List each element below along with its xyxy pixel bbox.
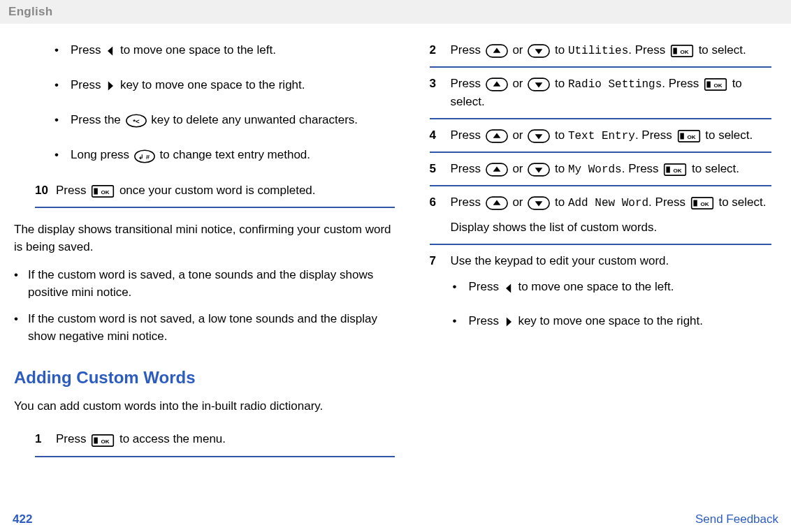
bullet-item-entry-method: Long press to change text entry method. <box>52 146 395 164</box>
step-5: 5 Press or to My Words. Press to select. <box>430 160 772 186</box>
ok-key-icon <box>91 431 115 449</box>
menu-item-text: Utilities <box>568 45 628 57</box>
text-segment: key to delete any unwanted characters. <box>148 113 358 126</box>
up-key-icon <box>486 41 508 59</box>
section-heading: Adding Custom Words <box>14 365 395 390</box>
step-extra-text: Display shows the list of custom words. <box>451 219 772 237</box>
text-segment: or <box>509 43 527 57</box>
text-segment: Press <box>469 280 502 293</box>
star-key-icon <box>126 112 147 130</box>
step-number: 4 <box>430 126 451 145</box>
up-key-icon <box>486 126 508 145</box>
step-number: 6 <box>430 193 451 237</box>
step-7: 7 Use the keypad to edit your custom wor… <box>430 252 772 353</box>
menu-item-text: Radio Settings <box>568 78 662 91</box>
step-body: Press or to Utilities. Press to select. <box>451 41 772 59</box>
step-body: Press or to Add New Word. Press to selec… <box>451 193 772 237</box>
step-6: 6 Press or to Add New Word. Press to sel… <box>430 193 772 245</box>
text-segment: Press <box>451 162 484 175</box>
text-segment: Press <box>451 43 484 57</box>
caret-right-icon <box>504 312 514 330</box>
down-key-icon <box>528 161 550 179</box>
text-segment: to select. <box>688 162 739 175</box>
step-1: 1 Press to access the menu. <box>35 430 395 457</box>
text-segment: to <box>551 43 568 57</box>
bullet-item-delete-char: Press the key to delete any unwanted cha… <box>52 111 395 129</box>
caret-left-icon <box>504 279 514 297</box>
text-segment: Press <box>469 314 502 327</box>
text-segment: Press the <box>71 113 124 126</box>
step-body: Press once your custom word is completed… <box>56 182 395 200</box>
text-segment: . Press <box>622 162 662 175</box>
text-segment: to select. <box>695 43 746 57</box>
text-segment: or <box>509 77 527 90</box>
bullet-item-move-right: Press key to move one space to the right… <box>52 76 395 94</box>
text-segment: to <box>551 128 568 142</box>
text-segment: . Press <box>635 128 676 142</box>
text-segment: Press <box>451 195 484 209</box>
sub-bullet-move-left: Press to move one space to the left. <box>451 278 772 296</box>
page-number: 422 <box>13 510 32 529</box>
up-key-icon <box>486 161 508 179</box>
step-2: 2 Press or to Utilities. Press to select… <box>430 41 772 68</box>
sub-bullet-list: Press to move one space to the left. Pre… <box>451 278 772 330</box>
result-list: If the custom word is saved, a tone soun… <box>14 266 395 346</box>
caret-left-icon <box>106 41 115 59</box>
text-segment: key to move one space to the right. <box>117 78 305 91</box>
text-segment: to access the menu. <box>116 432 226 445</box>
text-segment: to move one space to the left. <box>515 280 674 293</box>
step-body: Press or to My Words. Press to select. <box>451 160 772 178</box>
text-segment: once your custom word is completed. <box>116 184 315 197</box>
ok-key-icon <box>690 194 714 212</box>
text-segment: or <box>509 128 527 142</box>
send-feedback-link[interactable]: Send Feedback <box>695 510 778 529</box>
footer: 422 Send Feedback <box>0 506 791 533</box>
step-number: 1 <box>35 430 56 448</box>
bullet-list: Press to move one space to the left. Pre… <box>52 41 395 165</box>
right-column: 2 Press or to Utilities. Press to select… <box>430 24 778 510</box>
sub-bullet-move-right: Press key to move one space to the right… <box>451 312 772 330</box>
down-key-icon <box>528 126 550 145</box>
left-column: Press to move one space to the left. Pre… <box>14 24 395 510</box>
text-segment: Press <box>451 77 484 90</box>
ok-key-icon <box>677 126 701 145</box>
language-text: English <box>8 5 53 18</box>
step-3: 3 Press or to Radio Settings. Press to s… <box>430 75 772 119</box>
text-segment: . Press <box>648 195 689 209</box>
down-key-icon <box>528 75 550 94</box>
text-segment: Long press <box>71 148 133 161</box>
text-segment: Press <box>71 43 104 57</box>
step-body: Use the keypad to edit your custom word.… <box>451 252 772 346</box>
text-segment: to <box>551 195 568 209</box>
text-segment: to <box>551 77 568 90</box>
step-number: 7 <box>430 252 451 346</box>
result-not-saved: If the custom word is not saved, a low t… <box>14 310 395 346</box>
ok-key-icon <box>663 161 687 179</box>
result-saved: If the custom word is saved, a tone soun… <box>14 266 395 302</box>
text-segment: to change text entry method. <box>157 148 310 161</box>
transition-text: The display shows transitional mini noti… <box>14 221 395 256</box>
text-segment: . Press <box>662 77 702 90</box>
step-4: 4 Press or to Text Entry. Press to selec… <box>430 126 772 153</box>
down-key-icon <box>528 41 550 59</box>
text-segment: . Press <box>628 43 669 57</box>
text-segment: Press <box>451 128 484 142</box>
step-text: Use the keypad to edit your custom word. <box>451 254 669 267</box>
hash-key-icon <box>134 147 155 165</box>
step-body: Press or to Radio Settings. Press to sel… <box>451 75 772 111</box>
menu-item-text: Text Entry <box>568 130 635 142</box>
header-language-bar: English <box>0 0 791 24</box>
step-number: 2 <box>430 41 451 59</box>
text-segment: Press <box>71 78 104 91</box>
up-key-icon <box>486 194 508 212</box>
intro-text: You can add custom words into the in-bui… <box>14 397 395 415</box>
menu-item-text: Add New Word <box>568 197 648 209</box>
text-segment: key to move one space to the right. <box>515 314 703 327</box>
text-segment: Press <box>56 432 89 445</box>
up-key-icon <box>486 75 508 94</box>
text-segment: to select. <box>702 128 753 142</box>
text-segment: to <box>551 162 568 175</box>
down-key-icon <box>528 194 550 212</box>
step-body: Press to access the menu. <box>56 430 395 448</box>
text-segment: or <box>509 195 527 209</box>
